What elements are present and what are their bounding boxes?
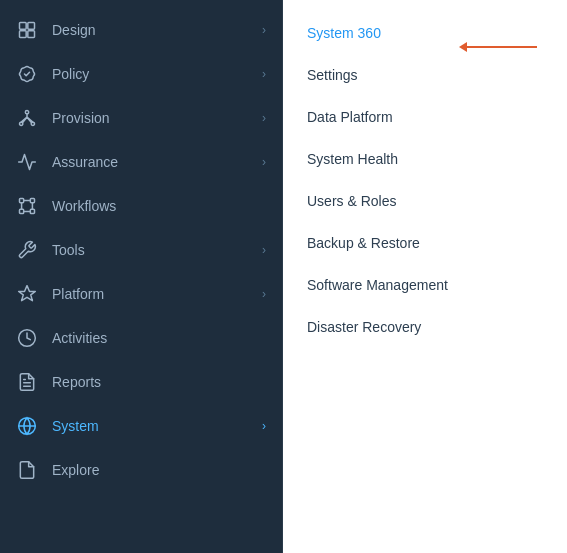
svg-rect-3 (28, 31, 35, 38)
system-icon (16, 415, 38, 437)
reports-icon (16, 371, 38, 393)
sidebar-item-reports[interactable]: Reports (0, 360, 282, 404)
sidebar-item-tools[interactable]: Tools › (0, 228, 282, 272)
explore-icon (16, 459, 38, 481)
sidebar-item-assurance[interactable]: Assurance › (0, 140, 282, 184)
design-icon (16, 19, 38, 41)
tools-icon (16, 239, 38, 261)
sidebar-item-policy[interactable]: Policy › (0, 52, 282, 96)
sidebar-label-activities: Activities (52, 330, 107, 346)
policy-icon (16, 63, 38, 85)
submenu-systemhealth[interactable]: System Health (283, 138, 567, 180)
submenu-usersroles[interactable]: Users & Roles (283, 180, 567, 222)
sidebar-label-provision: Provision (52, 110, 110, 126)
sidebar-item-design[interactable]: Design › (0, 8, 282, 52)
svg-rect-1 (28, 23, 35, 30)
arrow-annotation (460, 42, 537, 52)
sidebar-item-platform[interactable]: Platform › (0, 272, 282, 316)
sidebar-label-policy: Policy (52, 66, 89, 82)
submenu-disasterrecovery[interactable]: Disaster Recovery (283, 306, 567, 348)
submenu-backuprestore[interactable]: Backup & Restore (283, 222, 567, 264)
sidebar-item-provision[interactable]: Provision › (0, 96, 282, 140)
assurance-icon (16, 151, 38, 173)
chevron-provision: › (262, 111, 266, 125)
activities-icon (16, 327, 38, 349)
sidebar-label-platform: Platform (52, 286, 104, 302)
sidebar-label-reports: Reports (52, 374, 101, 390)
chevron-policy: › (262, 67, 266, 81)
chevron-design: › (262, 23, 266, 37)
sidebar: Design › Policy › Provision › Assurance (0, 0, 283, 553)
chevron-tools: › (262, 243, 266, 257)
chevron-system: › (262, 419, 266, 433)
sidebar-label-explore: Explore (52, 462, 99, 478)
submenu-softwaremgmt[interactable]: Software Management (283, 264, 567, 306)
submenu-dataplatform[interactable]: Data Platform (283, 96, 567, 138)
platform-icon (16, 283, 38, 305)
sidebar-item-system[interactable]: System › (0, 404, 282, 448)
sidebar-label-assurance: Assurance (52, 154, 118, 170)
submenu-settings[interactable]: Settings (283, 54, 567, 96)
sidebar-item-activities[interactable]: Activities (0, 316, 282, 360)
provision-icon (16, 107, 38, 129)
submenu-panel: System 360 Settings Data Platform System… (283, 0, 567, 553)
sidebar-item-explore[interactable]: Explore (0, 448, 282, 492)
sidebar-label-tools: Tools (52, 242, 85, 258)
sidebar-item-workflows[interactable]: Workflows (0, 184, 282, 228)
svg-rect-2 (20, 31, 27, 38)
svg-rect-0 (20, 23, 27, 30)
arrow-head (459, 42, 467, 52)
workflows-icon (16, 195, 38, 217)
chevron-assurance: › (262, 155, 266, 169)
chevron-platform: › (262, 287, 266, 301)
sidebar-label-design: Design (52, 22, 96, 38)
arrow-line (467, 46, 537, 48)
sidebar-label-system: System (52, 418, 99, 434)
sidebar-label-workflows: Workflows (52, 198, 116, 214)
